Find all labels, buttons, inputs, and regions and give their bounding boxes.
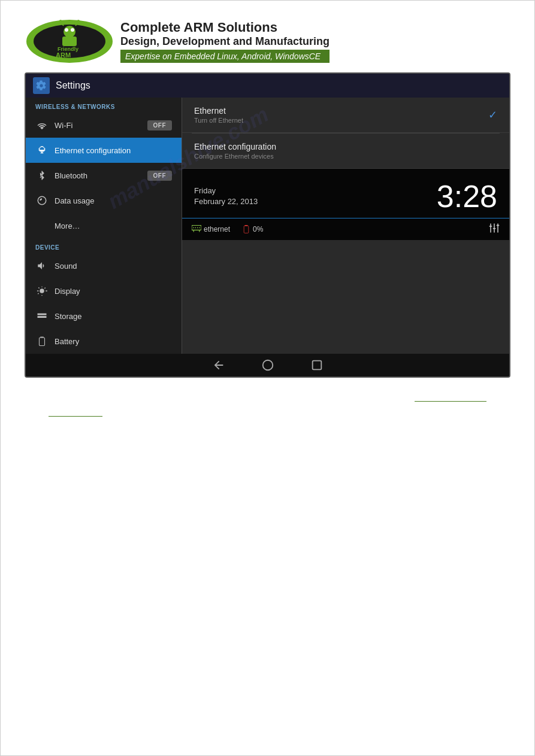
- svg-rect-3: [62, 37, 77, 46]
- display-label: Display: [55, 287, 172, 296]
- more-icon: [35, 219, 49, 232]
- svg-point-5: [71, 28, 74, 32]
- svg-rect-30: [493, 228, 496, 229]
- battery-status: 0%: [242, 225, 263, 233]
- battery-percent: 0%: [253, 225, 263, 233]
- svg-text:ARM: ARM: [56, 51, 71, 59]
- clock-date: February 22, 2013: [194, 196, 258, 207]
- ethernet-item-title: Ethernet: [194, 106, 243, 116]
- ethernet-config-label: Ethernet configuration: [55, 146, 172, 155]
- ethernet-status-icon: [192, 224, 201, 234]
- tagline1: Complete ARM Solutions: [120, 20, 330, 35]
- clock-date-area: Friday February 22, 2013: [194, 186, 258, 207]
- sidebar-item-more[interactable]: More…: [26, 213, 182, 238]
- underline-right: [415, 401, 486, 402]
- ethernet-status-label: ethernet: [204, 225, 230, 233]
- svg-rect-33: [312, 361, 321, 370]
- ethernet-config-item-subtitle: Configure Ethernet devices: [194, 153, 276, 160]
- ethernet-item-text: Ethernet Turn off Ethernet: [194, 106, 243, 124]
- ethernet-config-item[interactable]: Ethernet configuration Configure Etherne…: [182, 133, 509, 169]
- sidebar-item-wifi[interactable]: Wi-Fi OFF: [26, 113, 182, 138]
- ethernet-item[interactable]: Ethernet Turn off Ethernet ✓: [182, 98, 509, 133]
- section-device-label: DEVICE: [26, 238, 182, 253]
- tagline2: Design, Development and Manufacturing: [120, 35, 330, 48]
- logo-text-area: Complete ARM Solutions Design, Developme…: [114, 20, 330, 63]
- logo-graphic: Friendly ARM: [25, 19, 114, 63]
- clock-day: Friday: [194, 186, 258, 196]
- svg-point-32: [262, 360, 273, 371]
- svg-rect-17: [192, 225, 201, 230]
- title-bar: Settings: [26, 74, 509, 98]
- sidebar: WIRELESS & NETWORKS Wi-Fi OFF: [26, 98, 182, 354]
- ethernet-item-subtitle: Turn off Ethernet: [194, 117, 243, 124]
- footer-area: [13, 378, 522, 426]
- home-button[interactable]: [261, 359, 274, 372]
- svg-point-11: [77, 20, 80, 22]
- settings-icon: [33, 77, 50, 94]
- svg-point-2: [64, 26, 75, 38]
- bluetooth-label: Bluetooth: [55, 171, 147, 180]
- settings-list: Ethernet Turn off Ethernet ✓ Ethernet co…: [182, 98, 509, 240]
- ethernet-check-icon: ✓: [488, 108, 497, 122]
- status-bar-bottom: ethernet 0%: [182, 218, 509, 240]
- svg-point-9: [59, 20, 62, 22]
- nav-bar: [26, 354, 509, 377]
- storage-label: Storage: [55, 312, 172, 321]
- clock-overlay: Friday February 22, 2013 3:28: [182, 169, 509, 218]
- sidebar-item-display[interactable]: Display: [26, 278, 182, 303]
- sound-label: Sound: [55, 262, 172, 271]
- sidebar-item-storage[interactable]: Storage: [26, 303, 182, 329]
- battery-icon: [35, 335, 49, 348]
- wifi-label: Wi-Fi: [55, 121, 147, 130]
- equalizer-icon[interactable]: [489, 223, 500, 235]
- battery-label: Battery: [55, 337, 172, 346]
- storage-icon: [35, 309, 49, 323]
- ethernet-config-item-text: Ethernet configuration Configure Etherne…: [194, 142, 276, 160]
- bluetooth-icon: [35, 169, 49, 182]
- device-frame: Settings manualshive.com WIRELESS & NETW…: [25, 72, 510, 378]
- header-logo: Friendly ARM Complete ARM Solutions Desi…: [13, 13, 522, 72]
- page-title: Settings: [56, 80, 90, 91]
- clock-time: 3:28: [437, 181, 497, 212]
- data-usage-label: Data usage: [55, 196, 172, 205]
- section-wireless-label: WIRELESS & NETWORKS: [26, 98, 182, 113]
- main-content: manualshive.com WIRELESS & NETWORKS Wi-F…: [26, 98, 509, 354]
- sound-icon: [35, 259, 49, 272]
- svg-point-4: [65, 28, 68, 32]
- back-button[interactable]: [212, 359, 225, 372]
- svg-rect-25: [244, 226, 249, 233]
- sidebar-item-battery[interactable]: Battery: [26, 329, 182, 354]
- svg-rect-31: [497, 225, 500, 226]
- ethernet-config-icon: [35, 144, 49, 157]
- right-panel: Ethernet Turn off Ethernet ✓ Ethernet co…: [182, 98, 509, 354]
- wifi-icon: [35, 119, 49, 132]
- battery-status-icon: [242, 225, 250, 233]
- sidebar-item-bluetooth[interactable]: Bluetooth OFF: [26, 163, 182, 188]
- wifi-toggle[interactable]: OFF: [147, 120, 173, 130]
- sidebar-item-ethernet-config[interactable]: Ethernet configuration: [26, 138, 182, 163]
- svg-rect-29: [489, 226, 492, 227]
- clock-row: Friday February 22, 2013 3:28: [194, 181, 497, 212]
- more-label: More…: [55, 221, 172, 230]
- svg-rect-16: [40, 338, 45, 346]
- ethernet-status: ethernet: [192, 224, 230, 234]
- data-usage-icon: [35, 194, 49, 207]
- underline-left: [49, 416, 102, 417]
- sidebar-item-sound[interactable]: Sound: [26, 253, 182, 278]
- sidebar-item-data-usage[interactable]: Data usage: [26, 188, 182, 213]
- tagline3: Expertise on Embedded Linux, Android, Wi…: [120, 50, 330, 63]
- display-icon: [35, 284, 49, 297]
- recents-button[interactable]: [310, 359, 324, 372]
- bluetooth-toggle[interactable]: OFF: [147, 171, 173, 181]
- ethernet-config-item-title: Ethernet configuration: [194, 142, 276, 151]
